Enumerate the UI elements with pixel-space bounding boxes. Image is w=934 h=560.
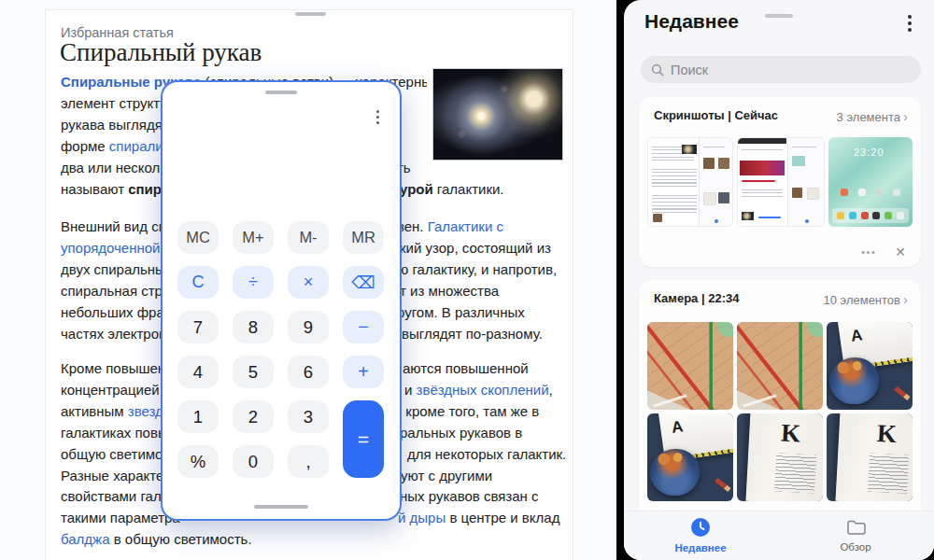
key-m-minus[interactable]: M-	[288, 221, 329, 254]
photo-book-and-stone[interactable]: A	[827, 322, 913, 410]
screenshots-section-title: Скриншоты | Сейчас	[654, 108, 778, 122]
photo-book-page[interactable]: K	[737, 413, 823, 501]
key-multiply[interactable]: ×	[288, 266, 329, 299]
calculator-resize-handle-icon[interactable]	[254, 505, 308, 509]
bottom-tab-bar: Недавнее Обзор	[624, 511, 934, 560]
article-text: и	[404, 382, 417, 398]
camera-card: Камера | 22:34 10 элементов› A A K	[639, 280, 921, 525]
key-backspace-icon[interactable]: ⌫	[343, 266, 384, 299]
screenshots-count-link[interactable]: 3 элемента›	[837, 108, 908, 124]
article-text: общую светимост	[61, 446, 177, 462]
article-line-continuation: т из множества	[400, 282, 499, 301]
article-line-continuation: й дыры в центре и вклад	[398, 509, 559, 527]
wikipedia-app-window: Избранная статья Спиральный рукав Спирал…	[0, 0, 616, 560]
tab-label: Недавнее	[644, 542, 757, 553]
article-text: т из множества	[400, 283, 499, 299]
key-divide[interactable]: ÷	[233, 266, 274, 299]
calculator-window: MC M+ M- MR C ÷ × ⌫ 7 8 9 − 4 5 6 + 1 2 …	[161, 80, 402, 521]
gallery-app-window: Недавнее Поиск Скриншоты | Сейчас 3 элем…	[616, 0, 934, 560]
key-1[interactable]: 1	[177, 400, 219, 433]
screenshot-thumbnail-home-screen[interactable]: 23:20	[828, 137, 913, 227]
key-8[interactable]: 8	[233, 311, 274, 343]
article-line-continuation: ругом. В различных	[397, 303, 525, 322]
search-placeholder: Поиск	[671, 63, 708, 77]
article-text: концентрацией	[61, 382, 163, 398]
article-text: выглядят по-разному.	[402, 326, 543, 342]
article-line-continuation: , кроме того, там же в	[398, 402, 539, 421]
panel-drag-handle-icon[interactable]	[765, 14, 793, 18]
article-link[interactable]: спирали	[109, 138, 163, 154]
camera-section-title: Камера | 22:34	[654, 291, 739, 305]
tab-browse[interactable]: Обзор	[800, 518, 912, 553]
article-line-continuation: выглядят по-разному.	[402, 325, 543, 343]
photo-book-page[interactable]: K	[827, 413, 913, 501]
kebab-menu-icon[interactable]	[376, 110, 379, 113]
article-text: , кроме того, там же в	[398, 403, 539, 419]
screen: Избранная статья Спиральный рукав Спирал…	[0, 0, 934, 560]
key-5[interactable]: 5	[233, 356, 274, 388]
article-link[interactable]: балджа	[61, 531, 109, 547]
key-clear[interactable]: C	[177, 266, 219, 299]
key-minus[interactable]: −	[343, 311, 384, 343]
key-3[interactable]: 3	[288, 400, 329, 433]
key-m-plus[interactable]: M+	[233, 221, 274, 254]
article-text: ных рукавов связан с	[400, 488, 539, 504]
key-4[interactable]: 4	[177, 356, 219, 388]
more-options-icon[interactable]: •••	[861, 246, 876, 258]
tab-label: Обзор	[800, 541, 912, 553]
screenshots-card: Скриншоты | Сейчас 3 элемента›	[639, 97, 921, 267]
article-text: в общую светимость.	[109, 531, 251, 547]
article-line-continuation: кий узор, состоящий из	[400, 239, 551, 258]
article-line-continuation: и звёздных скоплений,	[404, 381, 553, 399]
photo-letter: A	[671, 417, 685, 437]
kebab-menu-icon[interactable]	[908, 15, 912, 19]
key-percent[interactable]: %	[177, 445, 219, 478]
article-line-continuation: ных рукавов связан с	[400, 487, 539, 506]
close-icon[interactable]: ✕	[895, 245, 906, 259]
article-link[interactable]: Галактики с	[428, 218, 503, 234]
key-2[interactable]: 2	[233, 400, 274, 433]
key-9[interactable]: 9	[288, 311, 329, 343]
photo-letter: K	[780, 419, 801, 449]
article-link[interactable]: й дыры	[398, 510, 446, 525]
key-7[interactable]: 7	[177, 311, 219, 343]
article-line-continuation: урой галактики.	[400, 180, 504, 199]
key-0[interactable]: 0	[233, 445, 274, 478]
article-line-continuation: ральных рукавов в	[400, 424, 522, 442]
search-icon	[651, 63, 664, 77]
search-input[interactable]: Поиск	[641, 56, 921, 83]
article-link[interactable]: звёздных скоплений	[417, 382, 549, 398]
photo-letter: K	[876, 419, 898, 449]
calculator-drag-handle-icon[interactable]	[265, 91, 297, 94]
photo-metro-map[interactable]	[647, 322, 733, 410]
article-text: уют с другими	[401, 468, 492, 483]
article-text: для некоторых галактик.	[407, 446, 566, 462]
article-text: галактики.	[433, 181, 504, 197]
chevron-right-icon: ›	[903, 291, 908, 307]
key-comma[interactable]: ,	[288, 445, 329, 478]
key-plus[interactable]: +	[343, 356, 384, 388]
tab-recent[interactable]: Недавнее	[644, 518, 757, 553]
galaxy-image[interactable]	[432, 68, 563, 161]
article-text: урой	[400, 181, 433, 197]
article-text: ,	[549, 382, 553, 398]
key-6[interactable]: 6	[288, 356, 329, 388]
screenshot-thumbnail[interactable]	[647, 137, 733, 227]
dock	[832, 208, 909, 223]
article-text: форме	[61, 138, 109, 154]
photo-book-and-stone[interactable]: A	[647, 413, 733, 501]
article-text: Кроме повышенн	[61, 360, 173, 376]
photo-metro-map[interactable]	[737, 322, 823, 410]
key-mr[interactable]: MR	[343, 221, 384, 254]
key-mc[interactable]: MC	[177, 221, 219, 254]
article-link[interactable]: упорядоченной с	[61, 240, 171, 256]
article-text: зен.	[398, 218, 428, 234]
article-text: Внешний вид спи	[61, 218, 174, 234]
window-drag-handle[interactable]	[295, 12, 326, 16]
key-equals[interactable]: =	[343, 400, 384, 478]
article-line-continuation: уют с другими	[401, 467, 492, 485]
screenshot-thumbnail[interactable]	[737, 137, 825, 227]
thumbnail-clock-text: 23:20	[854, 147, 884, 158]
camera-count-link[interactable]: 10 элементов›	[823, 291, 908, 307]
article-text: ругом. В различных	[397, 304, 525, 320]
